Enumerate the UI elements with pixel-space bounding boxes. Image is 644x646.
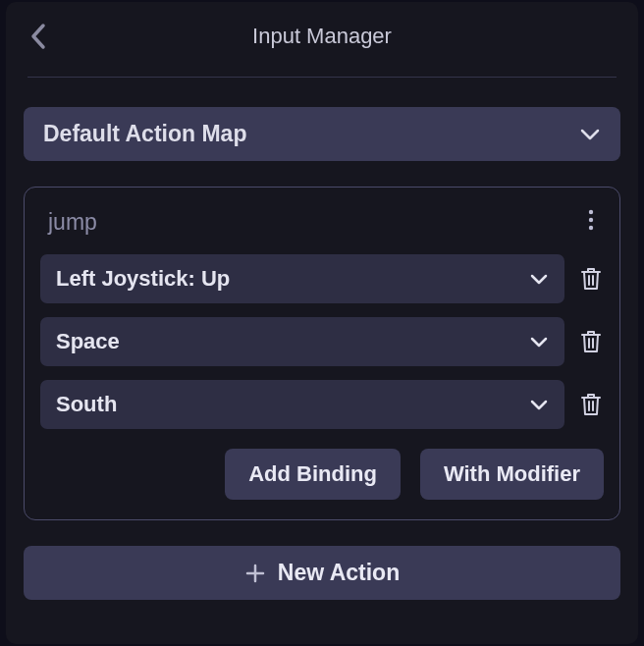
chevron-down-icon <box>529 336 549 349</box>
chevron-down-icon <box>529 273 549 286</box>
binding-select[interactable]: South <box>40 380 564 429</box>
chevron-left-icon <box>29 22 49 51</box>
binding-label: Left Joystick: Up <box>56 266 230 292</box>
trash-icon <box>580 330 602 353</box>
action-map-selected-label: Default Action Map <box>43 121 246 147</box>
binding-row: Space <box>40 317 604 366</box>
binding-select[interactable]: Left Joystick: Up <box>40 254 564 303</box>
binding-label: South <box>56 392 117 417</box>
action-menu-button[interactable] <box>584 205 598 239</box>
delete-binding-button[interactable] <box>578 328 604 355</box>
new-action-button[interactable]: New Action <box>24 546 620 600</box>
header-divider <box>27 77 617 78</box>
trash-icon <box>580 393 602 416</box>
chevron-down-icon <box>529 399 549 411</box>
delete-binding-button[interactable] <box>578 391 604 418</box>
chevron-down-icon <box>579 128 601 141</box>
binding-row: Left Joystick: Up <box>40 254 604 303</box>
new-action-label: New Action <box>278 560 400 586</box>
svg-point-1 <box>589 218 593 222</box>
trash-icon <box>580 267 602 291</box>
delete-binding-button[interactable] <box>578 265 604 293</box>
svg-point-2 <box>589 226 593 230</box>
kebab-icon <box>588 209 594 231</box>
plus-icon <box>244 563 266 584</box>
panel-title: Input Manager <box>6 24 638 49</box>
svg-point-0 <box>589 210 593 214</box>
binding-select[interactable]: Space <box>40 317 564 366</box>
input-manager-panel: Input Manager Default Action Map jump Le… <box>6 2 638 644</box>
add-binding-button[interactable]: Add Binding <box>225 449 401 500</box>
action-name-label: jump <box>48 209 97 236</box>
binding-row: South <box>40 380 604 429</box>
panel-header: Input Manager <box>6 2 638 77</box>
binding-label: Space <box>56 329 120 354</box>
back-button[interactable] <box>29 22 49 51</box>
action-card: jump Left Joystick: Up Space <box>24 187 620 520</box>
with-modifier-button[interactable]: With Modifier <box>420 449 604 500</box>
action-map-select[interactable]: Default Action Map <box>24 107 620 161</box>
